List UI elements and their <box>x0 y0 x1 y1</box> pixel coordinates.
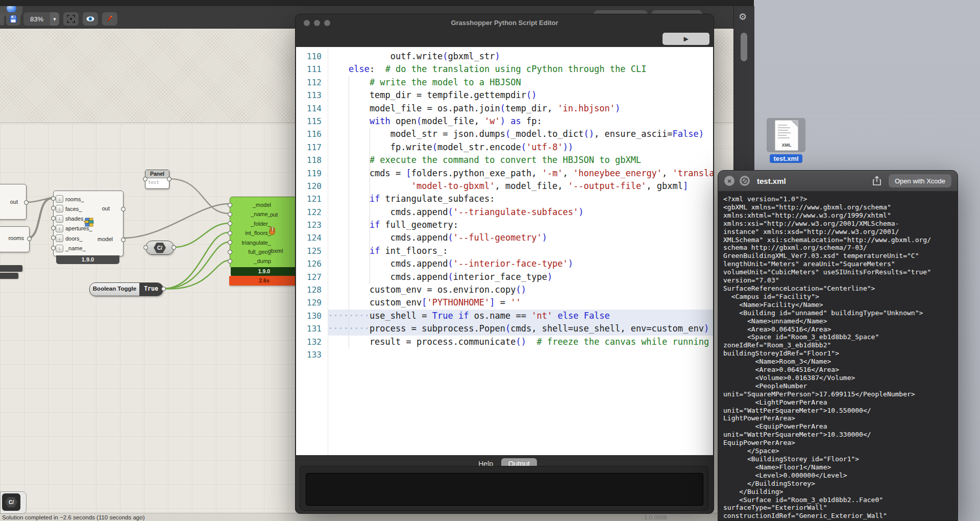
code-line[interactable]: 127 cmds.append(interior_face_type) <box>296 271 713 283</box>
input-arrow-icon[interactable]: ↓ <box>56 215 63 223</box>
xml-line: <?xml version="1.0"?> <box>723 195 958 203</box>
input-nub[interactable] <box>51 235 56 240</box>
output-console[interactable] <box>306 473 703 506</box>
input-nub[interactable] <box>228 212 232 217</box>
code-line[interactable]: 129 custom_env['PYTHONHOME'] = '' <box>296 296 713 309</box>
input-arrow-icon[interactable]: ↓ <box>56 234 63 242</box>
code-line[interactable]: 119 cmds = [folders.python_exe_path, '-m… <box>296 167 713 180</box>
line-number: 116 <box>296 128 328 140</box>
gear-icon[interactable]: ⚙ <box>739 11 747 22</box>
code-line[interactable]: 114 model_file = os.path.join(temp_dir, … <box>296 102 713 115</box>
model-to-gbxml-component[interactable]: _model_name__folder_int_floors_triangula… <box>230 197 300 268</box>
zoom-extents-button[interactable] <box>63 12 79 26</box>
code-text: cmds.append(interior_face_type) <box>328 271 713 283</box>
component-input-row: ↓shades_ <box>56 214 87 224</box>
line-number: 112 <box>296 76 328 89</box>
input-nub[interactable] <box>228 240 232 245</box>
input-nub[interactable] <box>51 216 56 221</box>
xml-line: volumeUnit="CubicMeters" useSIUnitsForRe… <box>723 268 958 276</box>
code-line[interactable]: 133 <box>296 348 713 361</box>
scrollbar-handle[interactable] <box>741 33 747 61</box>
cut-dark-component[interactable] <box>0 265 22 272</box>
code-editor[interactable]: 110 outf.write(gbxml_str)111 else: # do … <box>296 47 713 455</box>
cut-toolbar-button[interactable] <box>0 12 4 26</box>
code-line[interactable]: 128 custom_env = os.environ.copy() <box>296 283 713 296</box>
input-arrow-icon[interactable]: ↓ <box>56 245 63 252</box>
input-nub[interactable] <box>143 245 148 250</box>
input-nub[interactable] <box>51 246 56 250</box>
code-line[interactable]: 131········process = subprocess.Popen(cm… <box>296 322 713 335</box>
code-line[interactable]: 123 if full_geometry: <box>296 219 713 231</box>
draw-button[interactable] <box>102 12 117 26</box>
code-line[interactable]: 110 outf.write(gbxml_str) <box>296 50 713 63</box>
code-line[interactable]: 126 cmds.append('--interior-face-type') <box>296 257 713 270</box>
open-with-xcode-button[interactable]: Open with Xcode <box>889 174 951 187</box>
code-line[interactable]: 124 cmds.append('--full-geometry') <box>296 231 713 244</box>
save-button[interactable] <box>6 12 20 26</box>
quicklook-titlebar[interactable]: × test.xml Open with Xcode <box>718 171 958 192</box>
code-line[interactable]: 116 model_str = json.dumps(_model.to_dic… <box>296 128 713 140</box>
toggle-value[interactable]: True <box>139 283 163 296</box>
input-nub[interactable] <box>143 177 148 181</box>
file-label[interactable]: test.xml <box>766 154 806 163</box>
output-nub[interactable] <box>161 287 166 291</box>
code-line[interactable]: 120 'model-to-gbxml', model_file, '--out… <box>296 180 713 193</box>
panel-node[interactable]: Panel test <box>145 170 169 189</box>
xml-preview-content[interactable]: <?xml version="1.0"?><gbXML xmlns="http:… <box>718 192 958 520</box>
csharp-script-node[interactable]: C/ <box>145 241 174 255</box>
cut-component-out[interactable]: out <box>0 184 27 220</box>
output-nub[interactable] <box>27 236 32 241</box>
xml-line: <Volume>0.016387</Volume> <box>723 374 958 382</box>
input-nub[interactable] <box>51 206 56 210</box>
zoom-dropdown-button[interactable]: ▾ <box>50 12 59 26</box>
output-nub[interactable] <box>121 238 126 242</box>
screen: out rooms ↓rooms_↓faces_↓shades_↓apertur… <box>0 0 980 521</box>
code-line[interactable]: 118 # execute the command to convert the… <box>296 154 713 167</box>
input-nub[interactable] <box>228 203 232 207</box>
input-arrow-icon[interactable]: ↓ <box>56 195 63 203</box>
code-line[interactable]: 122 cmds.append('--triangulate-subfaces'… <box>296 206 713 219</box>
input-arrow-icon[interactable]: ↓ <box>56 205 63 212</box>
close-quicklook-button[interactable]: × <box>724 176 734 186</box>
input-label: _folder_ <box>232 219 271 228</box>
output-nub[interactable] <box>24 200 29 205</box>
cut-component-rooms[interactable]: rooms <box>0 226 30 252</box>
xml-line: </Building> <box>723 488 958 496</box>
code-line[interactable]: 113 temp_dir = tempfile.gettempdir() <box>296 89 713 102</box>
cut-dark-component[interactable] <box>0 273 18 279</box>
xml-line: surfaceType="ExteriorWall" <box>723 504 958 512</box>
boolean-toggle[interactable]: Boolean Toggle True <box>89 282 163 296</box>
code-line[interactable]: 130········use_shell = True if os.name =… <box>296 310 713 322</box>
input-nub[interactable] <box>228 259 232 264</box>
input-nub[interactable] <box>51 196 56 201</box>
code-text: 'model-to-gbxml', model_file, '--output-… <box>328 180 713 193</box>
xml-line: lengthUnit="Meters" areaUnit="SquareMete… <box>723 260 958 268</box>
editor-titlebar[interactable]: Grasshopper Python Script Editor <box>296 14 714 32</box>
code-line[interactable]: 121 if triangulate_subfaces: <box>296 193 713 205</box>
corner-script-badge[interactable]: C/ <box>0 491 27 514</box>
input-nub[interactable] <box>228 250 232 254</box>
code-text: ········use_shell = True if os.name == '… <box>328 310 713 322</box>
output-nub[interactable] <box>172 245 176 250</box>
run-script-button[interactable]: ▶ <box>663 33 709 45</box>
code-line[interactable]: 112 # write the model to a HBJSON <box>296 76 713 89</box>
prohibit-button[interactable] <box>740 176 750 186</box>
hb-model-component[interactable]: ↓rooms_↓faces_↓shades_↓apertures_↓doors_… <box>53 191 124 256</box>
input-nub[interactable] <box>51 226 56 230</box>
code-line[interactable]: 132 result = process.communicate() # fre… <box>296 336 713 348</box>
input-nub[interactable] <box>228 221 232 226</box>
code-line[interactable]: 111 else: # do the translation using cPy… <box>296 63 713 76</box>
output-nub[interactable] <box>121 207 126 211</box>
input-nub[interactable] <box>228 231 232 235</box>
code-line[interactable]: 125 if int_floors_: <box>296 245 713 257</box>
code-text: ········process = subprocess.Popen(cmds,… <box>328 322 713 335</box>
zoom-level-display[interactable]: 83% <box>23 12 50 26</box>
xml-line: EquipPowerPerArea> <box>723 439 958 447</box>
code-line[interactable]: 115 with open(model_file, 'w') as fp: <box>296 115 713 128</box>
input-arrow-icon[interactable]: ↓ <box>56 225 63 232</box>
panel-value[interactable]: test <box>145 178 169 185</box>
preview-button[interactable] <box>83 12 98 26</box>
share-icon[interactable] <box>872 176 881 186</box>
code-line[interactable]: 117 fp.write(model_str.encode('utf-8')) <box>296 141 713 154</box>
output-nub[interactable] <box>167 177 172 181</box>
